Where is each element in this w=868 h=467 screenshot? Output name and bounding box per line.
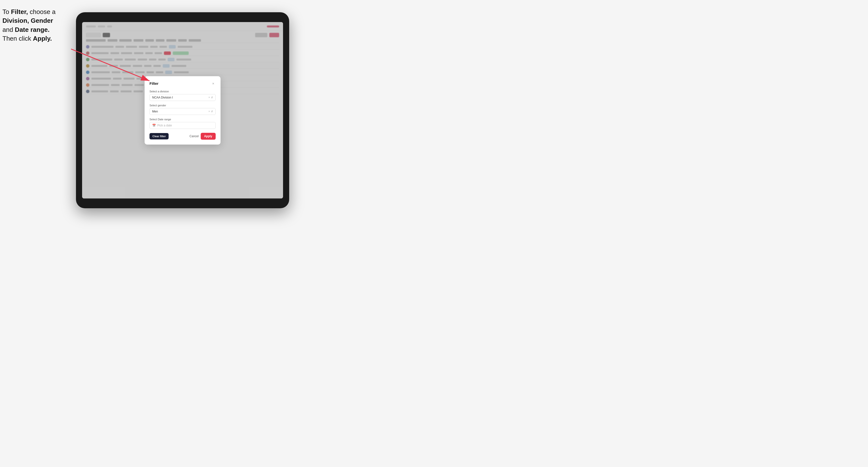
- instruction-text: To Filter, choose a Division, Gender and…: [2, 7, 73, 43]
- tablet-device: Filter × Select a division NCAA Division…: [76, 12, 289, 208]
- division-actions: × ⇵: [209, 96, 213, 99]
- gender-actions: × ⇵: [209, 110, 213, 113]
- calendar-icon: 📅: [152, 124, 156, 127]
- date-range-label: Select Date range: [150, 118, 216, 121]
- modal-overlay: Filter × Select a division NCAA Division…: [82, 22, 283, 198]
- gender-value: Men: [152, 110, 209, 113]
- modal-header: Filter ×: [150, 81, 216, 86]
- date-range-form-group: Select Date range 📅 Pick a date: [150, 118, 216, 129]
- modal-footer: Clear filter Cancel Apply: [150, 133, 216, 139]
- gender-form-group: Select gender Men × ⇵: [150, 104, 216, 115]
- date-range-input[interactable]: 📅 Pick a date: [150, 122, 216, 129]
- division-label: Select a division: [150, 90, 216, 93]
- division-arrows-icon[interactable]: ⇵: [211, 96, 213, 99]
- gender-arrows-icon[interactable]: ⇵: [211, 110, 213, 113]
- cancel-button[interactable]: Cancel: [189, 133, 198, 139]
- filter-modal: Filter × Select a division NCAA Division…: [145, 76, 221, 145]
- modal-close-button[interactable]: ×: [211, 81, 216, 86]
- footer-right-actions: Cancel Apply: [189, 133, 216, 139]
- division-clear-icon[interactable]: ×: [209, 96, 210, 99]
- division-form-group: Select a division NCAA Division I × ⇵: [150, 90, 216, 101]
- clear-filter-button[interactable]: Clear filter: [150, 133, 168, 139]
- division-select[interactable]: NCAA Division I × ⇵: [150, 94, 216, 101]
- apply-button[interactable]: Apply: [201, 133, 216, 139]
- gender-clear-icon[interactable]: ×: [209, 110, 210, 113]
- date-range-placeholder: Pick a date: [157, 124, 172, 127]
- division-value: NCAA Division I: [152, 96, 209, 99]
- gender-label: Select gender: [150, 104, 216, 107]
- modal-title: Filter: [150, 81, 159, 86]
- tablet-screen: Filter × Select a division NCAA Division…: [82, 22, 283, 198]
- gender-select[interactable]: Men × ⇵: [150, 108, 216, 115]
